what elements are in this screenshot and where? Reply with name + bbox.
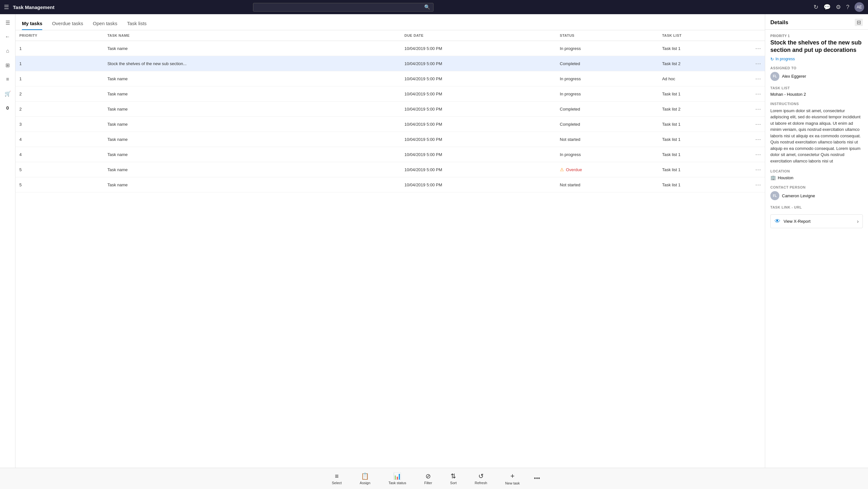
search-input[interactable] bbox=[253, 3, 434, 11]
task-table: Priority Task name Due date Status Task … bbox=[16, 30, 765, 192]
toolbar-sort[interactable]: ⇅ Sort bbox=[441, 470, 466, 487]
sidebar-item-badge[interactable]: 0 bbox=[2, 102, 13, 114]
col-due-date: Due date bbox=[401, 30, 556, 41]
settings-icon[interactable]: ⚙ bbox=[836, 4, 841, 11]
cell-due-date: 10/04/2019 5:00 PM bbox=[401, 147, 556, 162]
detail-status-badge: ↻ In progress bbox=[770, 57, 863, 62]
filter-icon: ⊘ bbox=[426, 472, 431, 480]
hamburger-icon[interactable]: ☰ bbox=[4, 4, 9, 11]
table-row[interactable]: 3 Task name 10/04/2019 5:00 PM Completed… bbox=[16, 117, 765, 132]
toolbar-filter[interactable]: ⊘ Filter bbox=[415, 470, 441, 487]
location-value: Houston bbox=[778, 175, 793, 180]
table-row[interactable]: 5 Task name 10/04/2019 5:00 PM Not start… bbox=[16, 177, 765, 192]
cell-task-name: Task name bbox=[103, 41, 401, 56]
chevron-right-icon: › bbox=[857, 219, 859, 224]
refresh-label: Refresh bbox=[475, 481, 487, 485]
cell-row-menu[interactable]: ⋯ bbox=[751, 132, 765, 147]
cell-status: In progress bbox=[556, 41, 658, 56]
cell-status: In progress bbox=[556, 86, 658, 101]
cell-row-menu[interactable]: ⋯ bbox=[751, 86, 765, 101]
toolbar-assign[interactable]: 📋 Assign bbox=[351, 470, 379, 487]
help-icon[interactable]: ? bbox=[846, 4, 849, 11]
top-navigation: ☰ Task Management 🔍 ↻ 💬 ⚙ ? AE bbox=[0, 0, 868, 14]
contact-name: Cameron Levigne bbox=[782, 193, 815, 198]
select-icon: ≡ bbox=[335, 472, 339, 480]
refresh-toolbar-icon: ↺ bbox=[478, 472, 484, 480]
sidebar-item-cart[interactable]: 🛒 bbox=[2, 88, 13, 99]
cell-due-date: 10/04/2019 5:00 PM bbox=[401, 117, 556, 132]
sort-label: Sort bbox=[450, 481, 457, 485]
sidebar-item-back[interactable]: ← bbox=[2, 31, 13, 42]
app-title: Task Management bbox=[13, 4, 55, 10]
cell-row-menu[interactable]: ⋯ bbox=[751, 117, 765, 132]
table-row[interactable]: 5 Task name 10/04/2019 5:00 PM ⚠Overdue … bbox=[16, 162, 765, 177]
cell-due-date: 10/04/2019 5:00 PM bbox=[401, 86, 556, 101]
view-x-report-left: 👁 View X-Report bbox=[775, 218, 811, 225]
detail-task-link-section: Task link - URL bbox=[770, 205, 863, 209]
table-row[interactable]: 4 Task name 10/04/2019 5:00 PM Not start… bbox=[16, 132, 765, 147]
cell-status: In progress bbox=[556, 71, 658, 86]
sort-icon: ⇅ bbox=[451, 472, 456, 480]
assignee-name: Alex Eggerer bbox=[782, 74, 806, 79]
bottom-toolbar: ≡ Select 📋 Assign 📊 Task status ⊘ Filter… bbox=[0, 468, 868, 489]
tab-task-lists[interactable]: Task lists bbox=[127, 18, 147, 30]
cell-task-list: Task list 2 bbox=[658, 56, 751, 71]
contact-label: Contact person bbox=[770, 185, 863, 189]
task-status-label: Task status bbox=[389, 481, 406, 485]
table-row[interactable]: 1 Task name 10/04/2019 5:00 PM In progre… bbox=[16, 71, 765, 86]
refresh-icon[interactable]: ↻ bbox=[813, 4, 818, 11]
cell-row-menu[interactable]: ⋯ bbox=[751, 71, 765, 86]
instructions-text: Lorem ipsum dolor sit amet, consectetur … bbox=[770, 108, 863, 164]
cell-priority: 1 bbox=[16, 41, 103, 56]
tab-open-tasks[interactable]: Open tasks bbox=[93, 18, 117, 30]
chat-icon[interactable]: 💬 bbox=[824, 4, 831, 11]
table-row[interactable]: 2 Task name 10/04/2019 5:00 PM Completed… bbox=[16, 101, 765, 117]
tab-my-tasks[interactable]: My tasks bbox=[22, 18, 42, 30]
cell-task-name: Task name bbox=[103, 71, 401, 86]
cell-due-date: 10/04/2019 5:00 PM bbox=[401, 56, 556, 71]
cell-status: Not started bbox=[556, 177, 658, 192]
cell-task-name: Task name bbox=[103, 86, 401, 101]
table-row[interactable]: 1 Task name 10/04/2019 5:00 PM In progre… bbox=[16, 41, 765, 56]
detail-priority-label: PRIORITY 1 bbox=[770, 34, 863, 38]
toolbar-select[interactable]: ≡ Select bbox=[323, 470, 351, 487]
cell-task-list: Task list 1 bbox=[658, 177, 751, 192]
cell-due-date: 10/04/2019 5:00 PM bbox=[401, 101, 556, 117]
main-layout: ☰ ← ⌂ ⊞ ≡ 🛒 0 My tasks Overdue tasks Ope… bbox=[0, 14, 868, 468]
sidebar-item-apps[interactable]: ⊞ bbox=[2, 59, 13, 71]
cell-status: Completed bbox=[556, 117, 658, 132]
table-row[interactable]: 1 Stock the shelves of the new sub secti… bbox=[16, 56, 765, 71]
cell-row-menu[interactable]: ⋯ bbox=[751, 56, 765, 71]
task-list-value: Mohan - Houston 2 bbox=[770, 92, 863, 97]
cell-row-menu[interactable]: ⋯ bbox=[751, 177, 765, 192]
cell-row-menu[interactable]: ⋯ bbox=[751, 101, 765, 117]
toolbar-more-button[interactable]: ••• bbox=[529, 473, 545, 484]
cell-priority: 5 bbox=[16, 177, 103, 192]
sidebar-item-collapse[interactable]: ☰ bbox=[2, 17, 13, 28]
cell-row-menu[interactable]: ⋯ bbox=[751, 147, 765, 162]
user-avatar[interactable]: AE bbox=[855, 2, 864, 12]
sidebar-item-menu[interactable]: ≡ bbox=[2, 73, 13, 85]
cell-status: Completed bbox=[556, 56, 658, 71]
table-row[interactable]: 2 Task name 10/04/2019 5:00 PM In progre… bbox=[16, 86, 765, 101]
toolbar-refresh[interactable]: ↺ Refresh bbox=[466, 470, 496, 487]
tab-overdue-tasks[interactable]: Overdue tasks bbox=[52, 18, 83, 30]
badge-number: 0 bbox=[6, 105, 9, 111]
view-x-report-button[interactable]: 👁 View X-Report › bbox=[770, 214, 863, 228]
cell-row-menu[interactable]: ⋯ bbox=[751, 162, 765, 177]
tabs-bar: My tasks Overdue tasks Open tasks Task l… bbox=[16, 14, 765, 30]
cell-task-list: Ad hoc bbox=[658, 71, 751, 86]
cell-task-list: Task list 1 bbox=[658, 147, 751, 162]
sidebar-item-home[interactable]: ⌂ bbox=[2, 45, 13, 57]
toolbar-new-task[interactable]: + New task bbox=[496, 470, 529, 487]
cell-row-menu[interactable]: ⋯ bbox=[751, 41, 765, 56]
top-nav-actions: ↻ 💬 ⚙ ? AE bbox=[813, 2, 864, 12]
xreport-icon: 👁 bbox=[775, 218, 780, 225]
cell-task-name: Stock the shelves of the new sub section… bbox=[103, 56, 401, 71]
cell-due-date: 10/04/2019 5:00 PM bbox=[401, 162, 556, 177]
view-x-report-label: View X-Report bbox=[783, 219, 811, 224]
details-collapse-button[interactable]: ⊟ bbox=[855, 19, 863, 26]
toolbar-task-status[interactable]: 📊 Task status bbox=[379, 470, 415, 487]
table-row[interactable]: 4 Task name 10/04/2019 5:00 PM In progre… bbox=[16, 147, 765, 162]
cell-task-name: Task name bbox=[103, 117, 401, 132]
